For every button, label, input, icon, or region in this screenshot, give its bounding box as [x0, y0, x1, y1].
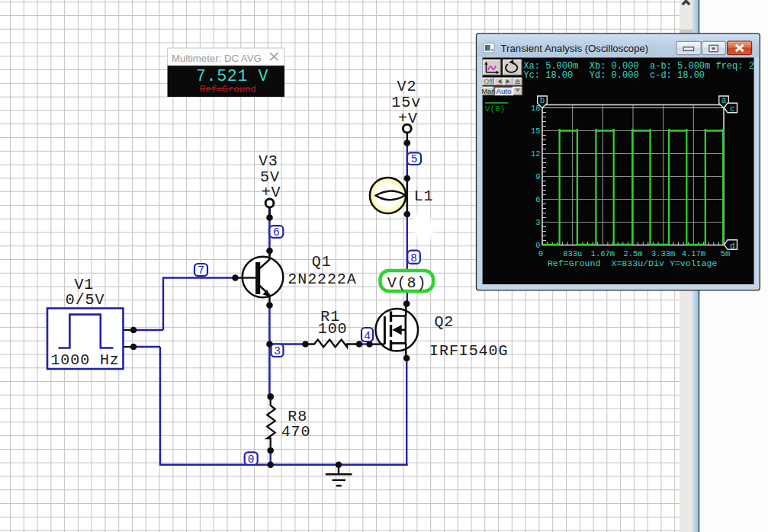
svg-text:a: a [721, 96, 727, 105]
svg-text:0: 0 [538, 249, 543, 258]
svg-text:12: 12 [531, 149, 540, 159]
svg-text:3: 3 [535, 218, 540, 227]
svg-text:Multimeter: DC AVG: Multimeter: DC AVG [172, 53, 262, 64]
svg-text:V(8): V(8) [387, 274, 427, 292]
svg-text:0: 0 [248, 453, 255, 466]
svg-text:3.33m: 3.33m [651, 249, 675, 258]
svg-text:Transient Analysis (Oscillosco: Transient Analysis (Oscilloscope) [501, 43, 649, 54]
svg-text:Q2: Q2 [434, 313, 454, 331]
svg-text:Ref=Ground: Ref=Ground [200, 85, 256, 95]
svg-text:Off: Off [484, 78, 493, 85]
svg-text:4: 4 [364, 330, 371, 342]
svg-text:5m: 5m [721, 249, 730, 258]
svg-text:Q1: Q1 [312, 253, 332, 271]
svg-text:Man: Man [481, 88, 495, 95]
svg-text:0/5V: 0/5V [66, 291, 105, 309]
svg-text:15v: 15v [391, 94, 421, 111]
svg-text:9: 9 [535, 172, 540, 181]
svg-text:L1: L1 [414, 187, 434, 205]
svg-text:+V: +V [262, 184, 281, 201]
svg-text:5: 5 [411, 153, 418, 165]
svg-text:8: 8 [410, 252, 417, 264]
svg-text:7.521 V: 7.521 V [196, 67, 268, 85]
svg-text:+V: +V [398, 110, 418, 127]
svg-text:3: 3 [274, 345, 281, 357]
svg-text:2.5m: 2.5m [624, 249, 643, 258]
svg-text:d: d [730, 242, 735, 251]
svg-text:0: 0 [535, 241, 540, 250]
svg-text:833u: 833u [563, 249, 582, 258]
svg-text:Yc: 18.00 Yd: 0.000 c-d: 18: Yc: 18.00 Yd: 0.000 c-d: 18.00 [523, 70, 705, 81]
svg-text:c: c [730, 104, 735, 114]
svg-text:V2: V2 [397, 78, 416, 95]
svg-text:100: 100 [318, 320, 348, 338]
svg-text:15: 15 [531, 127, 540, 136]
svg-text:1000 Hz: 1000 Hz [50, 351, 119, 369]
svg-text:6: 6 [273, 226, 280, 239]
svg-text:V(8): V(8) [485, 104, 505, 114]
svg-text:2N2222A: 2N2222A [288, 271, 356, 288]
svg-text:4.17m: 4.17m [682, 249, 705, 258]
svg-text:Ref=Ground X=833u/Div Y=volta: Ref=Ground X=833u/Div Y=voltage [548, 258, 718, 268]
svg-text:b: b [540, 96, 545, 105]
svg-text:IRFI540G: IRFI540G [429, 342, 508, 360]
svg-text:1.67m: 1.67m [591, 249, 615, 258]
svg-text:7: 7 [198, 264, 204, 277]
svg-text:470: 470 [281, 423, 311, 441]
svg-text:Auto: Auto [496, 87, 512, 95]
svg-text:6: 6 [535, 195, 540, 204]
